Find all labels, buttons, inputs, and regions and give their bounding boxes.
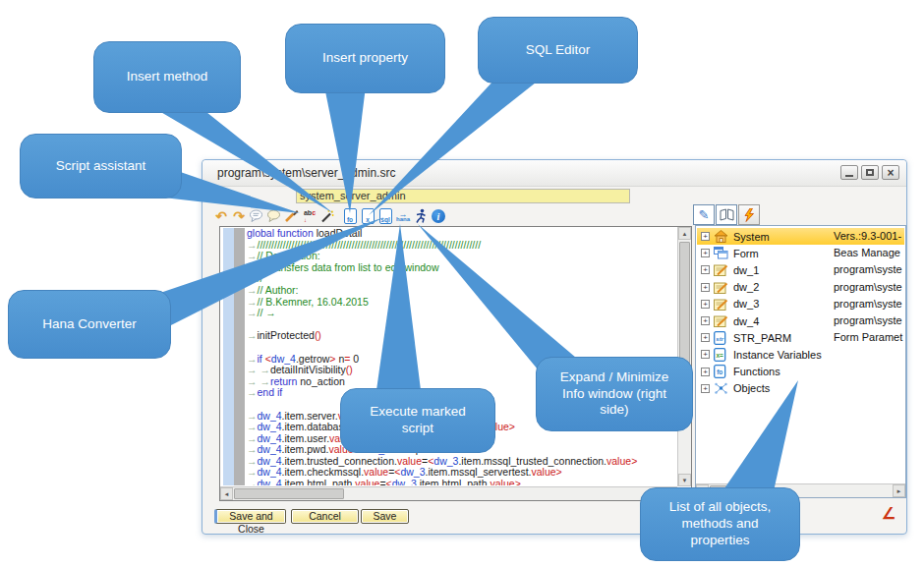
reference-book-button[interactable] — [716, 204, 737, 225]
tree-row-dw-1[interactable]: +dw_1program\syste — [697, 261, 904, 278]
hana-converter-icon[interactable]: →hana — [395, 207, 411, 225]
form-icon — [714, 247, 729, 259]
script-name-input[interactable]: system_server_admin — [296, 189, 630, 203]
info-window-icon[interactable]: i — [431, 207, 446, 225]
notepad-icon — [714, 263, 729, 276]
expand-icon[interactable]: + — [701, 232, 710, 241]
code-line: →// → — [247, 308, 677, 319]
maximize-button[interactable] — [861, 165, 879, 180]
edit-pencil-button[interactable]: ✎ — [693, 204, 715, 225]
expand-icon[interactable]: + — [701, 249, 710, 257]
right-panel-toolbar: ✎ — [693, 204, 760, 225]
tree-label: dw_1 — [733, 264, 759, 276]
tree-row-functions[interactable]: +foFunctions — [697, 364, 904, 380]
expand-icon[interactable]: + — [701, 333, 710, 342]
tree-row-instance-variables[interactable]: +x=Instance Variables — [697, 346, 904, 363]
object-tree-panel: +SystemVers.:9.3-001-+FormBeas Manage+dw… — [695, 225, 906, 498]
undo-icon[interactable]: ↶ — [213, 207, 229, 225]
tree-label: dw_4 — [733, 315, 759, 327]
x-doc-icon: x= — [714, 348, 729, 362]
tree-row-objects[interactable]: +Objects — [697, 380, 904, 397]
expand-icon[interactable]: + — [701, 300, 710, 309]
callout-insert-property: Insert property — [285, 24, 445, 93]
callout-hana-converter: Hana Converter — [8, 290, 171, 359]
notepad-icon — [714, 314, 729, 327]
callout-insert-method: Insert method — [93, 41, 241, 113]
callout-execute-script: Execute marked script — [340, 388, 495, 453]
callout-sql-editor: SQL Editor — [478, 17, 638, 84]
save-and-close-button[interactable]: Save and Close — [214, 509, 286, 524]
run-script-icon[interactable] — [413, 207, 429, 225]
tree-value: Vers.:9.3-001- — [834, 230, 901, 242]
editor-margin-strip — [223, 228, 234, 485]
notepad-icon — [714, 298, 729, 311]
tree-label: Form — [733, 248, 759, 259]
lightning-button[interactable] — [738, 204, 760, 225]
editor-gutter — [234, 228, 245, 485]
hscroll-thumb[interactable] — [234, 488, 344, 499]
vscroll-thumb[interactable] — [679, 242, 690, 369]
str-doc-icon: str — [714, 331, 729, 345]
save-button[interactable]: Save — [361, 509, 409, 524]
tree-row-dw-3[interactable]: +dw_3program\syste — [697, 296, 904, 312]
insert-property-doc-icon[interactable]: x — [360, 207, 375, 225]
expand-icon[interactable]: + — [701, 368, 710, 376]
home-icon — [714, 230, 729, 243]
tree-value: program\syste — [834, 298, 902, 310]
objects-icon — [714, 382, 729, 395]
scroll-left-icon[interactable]: ◄ — [220, 487, 233, 500]
comment-lines-icon[interactable] — [249, 207, 264, 225]
tree-label: dw_3 — [733, 298, 759, 310]
code-line: →dw_4.item.html_path.value=<dw_3.item.ht… — [247, 479, 677, 485]
script-assistant-abc-icon[interactable]: abc↓ — [302, 207, 318, 225]
close-button[interactable]: × — [882, 165, 899, 180]
callout-script-assistant: Script assistant — [20, 134, 182, 198]
fo-doc-icon: fo — [714, 365, 729, 378]
tree-value: Beas Manage — [834, 247, 900, 258]
paintbrush-icon[interactable] — [284, 207, 300, 225]
callout-expand-info: Expand / Minimize Info window (right sid… — [536, 357, 693, 431]
expand-icon[interactable]: + — [701, 316, 710, 325]
callout-list-objects: List of all objects, methods and propert… — [640, 487, 800, 561]
tree-row-dw-2[interactable]: +dw_2program\syste — [697, 279, 904, 296]
maximize-icon — [866, 169, 874, 176]
notepad-icon — [714, 281, 729, 294]
magic-wand-icon[interactable] — [319, 207, 335, 225]
tree-row-str-parm[interactable]: +strSTR_PARMForm Paramet — [697, 329, 904, 346]
redo-icon[interactable]: ↷ — [231, 207, 247, 225]
expand-icon[interactable]: + — [701, 384, 710, 393]
minimize-button[interactable] — [840, 165, 858, 180]
expand-icon[interactable]: + — [701, 350, 710, 359]
insert-method-doc-icon[interactable]: fo — [342, 207, 358, 225]
comment-empty-icon[interactable] — [266, 207, 282, 225]
window-title: program\system\server_admin.src — [217, 166, 395, 180]
svg-text:x=: x= — [716, 352, 723, 359]
tree-label: System — [733, 231, 770, 243]
tree-value: program\syste — [834, 314, 902, 326]
tree-row-form[interactable]: +FormBeas Manage — [697, 245, 904, 261]
code-line: →// — [247, 273, 677, 285]
minimize-icon — [845, 175, 853, 177]
scroll-right-icon[interactable]: ► — [893, 484, 905, 497]
expand-icon[interactable]: + — [701, 265, 710, 274]
tree-value: Form Paramet — [834, 331, 902, 343]
expand-icon[interactable]: + — [701, 283, 710, 292]
tree-label: Objects — [733, 382, 770, 394]
cancel-button[interactable]: Cancel — [291, 509, 359, 524]
sql-editor-doc-icon[interactable]: sql — [377, 207, 393, 225]
title-bar[interactable]: program\system\server_admin.src × — [202, 160, 906, 187]
code-line: →initProtected() — [247, 330, 677, 342]
svg-text:fo: fo — [717, 369, 722, 375]
scroll-up-icon[interactable]: ▲ — [678, 227, 691, 240]
tree-label: Instance Variables — [733, 349, 822, 361]
screenshot-stage: program\system\server_admin.src × system… — [0, 0, 924, 567]
tree-label: Functions — [733, 366, 780, 377]
tree-value: program\syste — [834, 263, 902, 275]
tree-row-dw-4[interactable]: +dw_4program\syste — [697, 312, 904, 329]
editor-toolbar: ↶↷abc↓foxsql→hanai — [213, 205, 446, 227]
code-line: →// B.Kemner, 16.04.2015 — [247, 297, 677, 309]
scroll-down-icon[interactable]: ▼ — [678, 474, 691, 486]
tree-row-system[interactable]: +SystemVers.:9.3-001- — [697, 228, 904, 245]
editor-horizontal-scrollbar[interactable]: ◄ ► — [220, 486, 677, 500]
resize-handle-icon[interactable]: ∠ — [882, 504, 895, 523]
